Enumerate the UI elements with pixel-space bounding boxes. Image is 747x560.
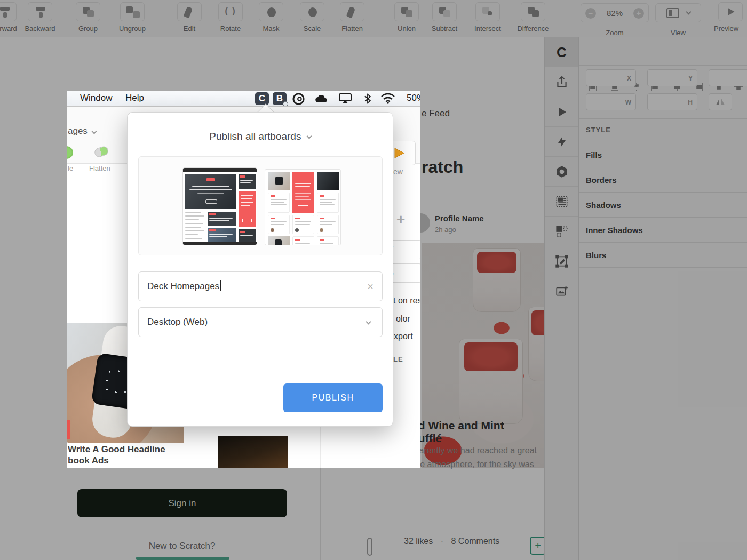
target-select[interactable]: Desktop (Web) bbox=[138, 307, 383, 337]
plus-handle[interactable]: + bbox=[396, 211, 405, 228]
color-option-fragment: olor bbox=[396, 314, 410, 324]
b-app-menubar-icon[interactable]: B bbox=[273, 92, 287, 105]
menu-help[interactable]: Help bbox=[125, 93, 144, 103]
artboard-thumb-grid[interactable] bbox=[265, 169, 341, 245]
flatten-tool-label[interactable]: Flatten bbox=[89, 164, 110, 172]
cloud-icon[interactable] bbox=[315, 93, 329, 107]
scale-tool-icon bbox=[67, 146, 73, 159]
craft-menubar-icon[interactable]: C bbox=[255, 92, 269, 105]
export-option-fragment: xport bbox=[394, 332, 413, 341]
dim-overlay-right bbox=[420, 91, 747, 468]
publish-name-input[interactable]: Deck Homepages × bbox=[138, 271, 383, 301]
scale-tool-label: le bbox=[68, 164, 73, 172]
screenshot-stage: Forward Backward Group Ungroup Edit ( ) … bbox=[0, 0, 747, 560]
chevron-down-icon bbox=[306, 134, 312, 139]
breadcrumb[interactable]: ages bbox=[68, 126, 88, 137]
artboard-thumbnails bbox=[138, 156, 383, 255]
dim-overlay-top bbox=[0, 0, 747, 91]
publish-button[interactable]: PUBLISH bbox=[283, 383, 383, 412]
article-photo-desk bbox=[218, 436, 288, 468]
menu-window[interactable]: Window bbox=[80, 93, 112, 103]
artboard-thumb-desktop[interactable] bbox=[182, 167, 257, 245]
popover-title[interactable]: Publish all artboards bbox=[128, 131, 393, 142]
airplay-icon[interactable] bbox=[338, 93, 352, 107]
publish-popover: Publish all artboards bbox=[127, 112, 393, 427]
category-tag bbox=[67, 420, 70, 439]
creative-cloud-icon[interactable] bbox=[292, 93, 305, 107]
article-headline: Write A Good Headline book Ads bbox=[68, 444, 165, 466]
chevron-down-icon bbox=[92, 129, 97, 134]
macos-menu-bar: Window Help C B 50% bbox=[67, 91, 420, 107]
battery-percent: 50% bbox=[407, 93, 420, 103]
dim-overlay-bottom bbox=[0, 468, 747, 560]
style-header-fragment: LE bbox=[393, 355, 403, 363]
article-excerpt: t of exciting stuff going on in the star… bbox=[67, 467, 177, 468]
clear-input-icon[interactable]: × bbox=[367, 272, 374, 301]
wifi-icon[interactable] bbox=[380, 93, 395, 106]
highlighted-screenshot-region: Window Help C B 50% ages le Flatten evie… bbox=[67, 91, 420, 468]
text-caret bbox=[220, 280, 221, 291]
chevron-down-icon bbox=[366, 319, 371, 325]
bluetooth-icon[interactable] bbox=[363, 92, 372, 107]
flatten-tool-icon bbox=[93, 145, 109, 158]
dim-overlay-left bbox=[0, 91, 67, 468]
resize-option-fragment: t on res bbox=[393, 296, 420, 306]
